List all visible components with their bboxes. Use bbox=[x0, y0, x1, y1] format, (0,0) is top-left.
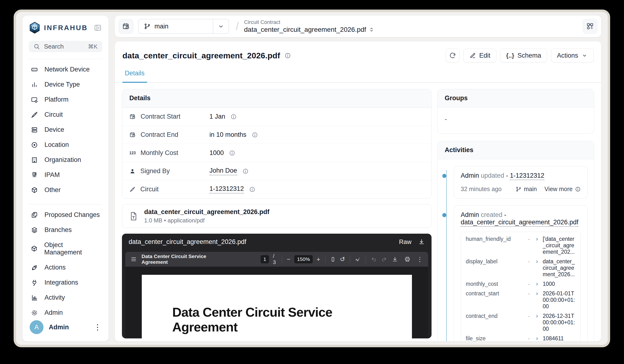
print-icon[interactable] bbox=[404, 256, 411, 262]
pdf-doc-title: Data Center Circuit Service Agreement bbox=[142, 254, 225, 265]
sidebar-item-ipam[interactable]: IPAM bbox=[29, 167, 102, 182]
sidebar-item-device[interactable]: Device bbox=[29, 122, 102, 137]
layers-icon bbox=[31, 227, 38, 234]
signed-by-link[interactable]: John Doe bbox=[209, 167, 237, 175]
zoom-in-button[interactable]: + bbox=[316, 256, 320, 262]
file-attachment[interactable]: data_center_circuit_agreement_2026.pdf 1… bbox=[122, 204, 432, 228]
info-icon[interactable] bbox=[229, 150, 235, 156]
activity-entry: Admin created - data_center_circuit_agre… bbox=[454, 205, 588, 341]
graph-view-button[interactable] bbox=[583, 19, 598, 34]
info-icon[interactable] bbox=[249, 186, 255, 192]
tab-details[interactable]: Details bbox=[122, 70, 147, 83]
sidebar-item-circuit[interactable]: Circuit bbox=[29, 107, 102, 122]
calendar-clock-icon bbox=[122, 23, 130, 30]
number-123-icon: 123 bbox=[129, 151, 136, 155]
activity-entry: Admin updated - 1-12312312 32 minutes ag… bbox=[454, 166, 588, 199]
rotate-icon[interactable]: ↺ bbox=[340, 256, 345, 262]
sidebar-item-admin[interactable]: Admin bbox=[29, 305, 102, 320]
undo-icon[interactable] bbox=[371, 256, 377, 262]
pdf-canvas[interactable]: Data Center Circuit Service Agreement Th… bbox=[125, 267, 428, 338]
breadcrumb[interactable]: Circuit Contract data_center_circuit_agr… bbox=[244, 19, 375, 33]
edit-button[interactable]: Edit bbox=[463, 49, 496, 62]
view-more-link[interactable]: View more bbox=[544, 185, 581, 192]
topbar: main / Circuit Contract data_center_circ… bbox=[114, 15, 601, 37]
schema-button[interactable]: {..} Schema bbox=[500, 49, 547, 62]
sidebar-item-other[interactable]: Other bbox=[29, 182, 102, 198]
right-column: Groups - Activities Admin updated - bbox=[437, 89, 594, 338]
sidebar-item-platform[interactable]: Platform bbox=[29, 92, 102, 107]
refresh-button[interactable] bbox=[446, 49, 460, 62]
activity-target-link[interactable]: 1-12312312 bbox=[510, 172, 544, 180]
schedule-button[interactable] bbox=[119, 19, 133, 34]
info-icon[interactable] bbox=[231, 114, 237, 120]
collapse-sidebar-icon[interactable] bbox=[94, 24, 102, 32]
activity-dash: - bbox=[504, 211, 506, 218]
download-icon[interactable] bbox=[392, 256, 398, 262]
timeline-dot bbox=[442, 174, 446, 178]
sidebar-item-object-management[interactable]: Object Management bbox=[29, 237, 102, 260]
more-options-icon[interactable]: ⋮ bbox=[417, 256, 423, 262]
server-icon bbox=[31, 126, 38, 133]
info-icon[interactable] bbox=[252, 132, 258, 138]
cable-icon bbox=[31, 111, 38, 118]
detail-label: Monthly Cost bbox=[141, 149, 178, 157]
breadcrumb-kind: Circuit Contract bbox=[244, 19, 375, 25]
detail-label: Signed By bbox=[140, 167, 170, 175]
draw-icon[interactable] bbox=[355, 256, 361, 262]
branch-chevron bbox=[213, 19, 229, 33]
zoom-level[interactable]: 150% bbox=[294, 255, 313, 263]
activity-branch[interactable]: main bbox=[516, 185, 537, 192]
braces-icon: {..} bbox=[506, 52, 514, 59]
raw-link[interactable]: Raw bbox=[399, 238, 412, 246]
sidebar-item-integrations[interactable]: Integrations bbox=[29, 275, 102, 290]
activity-actor: Admin bbox=[461, 211, 479, 218]
divider bbox=[350, 256, 350, 263]
branch-selector[interactable]: main bbox=[138, 19, 229, 34]
activity-verb: updated bbox=[481, 172, 504, 179]
sidebar-item-device-type[interactable]: Device Type bbox=[29, 77, 102, 92]
info-icon[interactable] bbox=[285, 52, 291, 59]
selector-updown-icon[interactable] bbox=[368, 26, 375, 33]
brand-name: INFRAHUB bbox=[44, 24, 88, 32]
actions-button[interactable]: Actions bbox=[551, 49, 594, 62]
sidebar-item-location[interactable]: Location bbox=[29, 137, 102, 152]
activity-target-link[interactable]: data_center_circuit_agreement_2026.pdf bbox=[461, 219, 578, 227]
header-actions: Edit {..} Schema Actions bbox=[446, 49, 594, 62]
zoom-out-button[interactable]: − bbox=[287, 256, 290, 262]
sidebar-item-label: IPAM bbox=[45, 171, 60, 179]
sidebar-item-network-device[interactable]: Network Device bbox=[29, 62, 102, 77]
user-name: Admin bbox=[49, 324, 69, 331]
detail-value: in 10 months bbox=[209, 131, 246, 138]
circuit-link[interactable]: 1-12312312 bbox=[209, 185, 244, 193]
detail-row-contract-end: Contract End in 10 months bbox=[122, 126, 431, 144]
page-title: data_center_circuit_agreement_2026.pdf bbox=[122, 51, 280, 60]
sidebar-item-label: Branches bbox=[45, 226, 72, 234]
sidebar-item-actions[interactable]: Actions bbox=[29, 260, 102, 275]
sidebar-item-label: Activity bbox=[45, 294, 65, 301]
sidebar-item-label: Platform bbox=[45, 96, 69, 103]
cable-icon bbox=[129, 186, 135, 192]
file-name: data_center_circuit_agreement_2026.pdf bbox=[144, 208, 269, 216]
detail-row-monthly-cost: 123 Monthly Cost 1000 bbox=[122, 144, 431, 162]
sidebar-item-proposed-changes[interactable]: Proposed Changes bbox=[29, 207, 102, 222]
building-icon bbox=[31, 156, 38, 164]
pdf-frame: Data Center Circuit Service Agreement 1 … bbox=[125, 252, 428, 338]
sidebar-item-label: Proposed Changes bbox=[45, 211, 100, 219]
sidebar-item-branches[interactable]: Branches bbox=[29, 222, 102, 237]
timeline-dot bbox=[442, 213, 446, 217]
search-input[interactable]: Search ⌘K bbox=[29, 41, 102, 52]
info-icon[interactable] bbox=[242, 168, 249, 174]
user-menu-icon[interactable]: ⋮ bbox=[94, 323, 101, 332]
change-request-icon bbox=[31, 211, 38, 219]
download-icon[interactable] bbox=[418, 238, 425, 245]
redo-icon[interactable] bbox=[381, 256, 387, 262]
avatar[interactable]: A bbox=[30, 320, 44, 334]
chevron-down-icon bbox=[581, 52, 588, 59]
menu-icon[interactable] bbox=[130, 256, 137, 262]
page-number-input[interactable]: 1 bbox=[260, 255, 269, 263]
sidebar-item-organization[interactable]: Organization bbox=[29, 152, 102, 167]
fit-page-icon[interactable] bbox=[330, 256, 336, 262]
sidebar-item-label: Integrations bbox=[45, 279, 78, 286]
sidebar-item-activity[interactable]: Activity bbox=[29, 290, 102, 305]
pencil-icon bbox=[469, 52, 476, 59]
